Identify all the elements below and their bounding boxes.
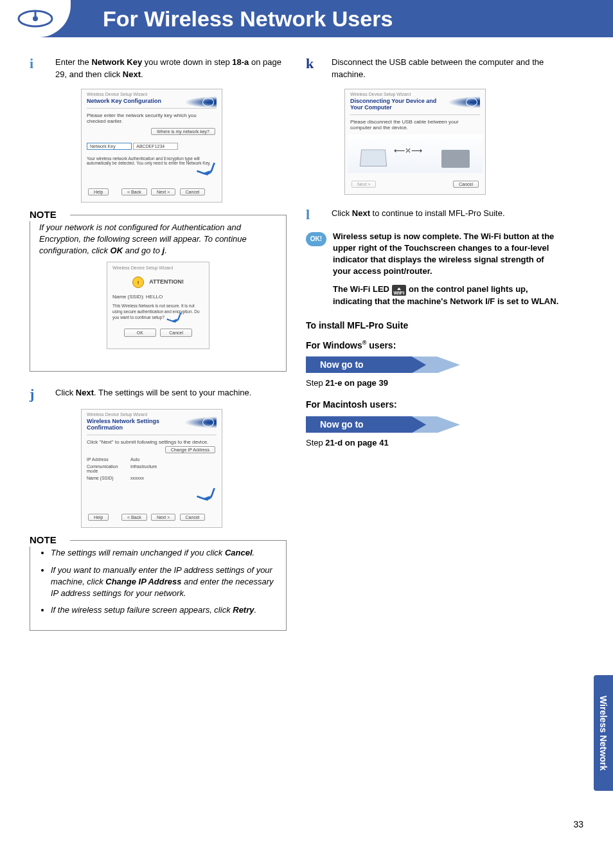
printer-icon — [441, 150, 470, 168]
step-letter-j: j — [30, 387, 55, 401]
step-letter-i: i — [30, 57, 55, 81]
step-j-body: Click Next. The settings will be sent to… — [55, 387, 287, 401]
next-button[interactable]: Next > — [351, 181, 376, 188]
page-title: For Wireless Network Users — [103, 6, 393, 32]
list-item: The settings will remain unchanged if yo… — [51, 547, 277, 559]
page-number: 33 — [573, 819, 583, 829]
screenshot-attention: Wireless Device Setup Wizard ! ATTENTION… — [107, 262, 209, 349]
back-button[interactable]: < Back — [121, 514, 147, 521]
windows-users-heading: For Windows® users: — [306, 339, 563, 350]
attention-icon: ! — [132, 276, 144, 288]
arrow-indicator-icon — [197, 164, 217, 181]
cancel-button[interactable]: Cancel — [180, 514, 206, 521]
setup-complete-callout: OK! Wireless setup is now complete. The … — [306, 231, 563, 307]
windows-step-ref: Step 21-e on page 39 — [306, 378, 563, 388]
right-column: k Disconnect the USB cable between the c… — [306, 57, 563, 646]
table-row: Name (SSID)xxxxxx — [87, 476, 217, 480]
install-mflpro-heading: To install MFL-Pro Suite — [306, 320, 563, 330]
usb-cable-icon: ⟵⤫⟶ — [394, 146, 422, 155]
step-l-body: Click Next to continue to install MFL-Pr… — [332, 208, 563, 222]
wireless-header-icon — [0, 0, 71, 37]
ok-badge-icon: OK! — [306, 232, 326, 246]
goto-banner-windows: Now go to — [306, 356, 460, 373]
note-box-1: NOTE If your network is not configured f… — [30, 215, 287, 372]
step-i: i Enter the Network Key you wrote down i… — [30, 57, 287, 81]
mac-step-ref: Step 21-d on page 41 — [306, 438, 563, 448]
arrow-indicator-icon — [167, 313, 182, 327]
step-k: k Disconnect the USB cable between the c… — [306, 57, 563, 81]
help-button[interactable]: Help — [88, 188, 109, 195]
screenshot-disconnect: Wireless Device Setup Wizard Disconnecti… — [344, 89, 486, 195]
note-box-2: NOTE The settings will remain unchanged … — [30, 541, 287, 631]
brand-logo-icon — [448, 96, 480, 108]
arrow-indicator-icon — [197, 489, 217, 506]
page-header: For Wireless Network Users — [0, 0, 613, 37]
brand-logo-icon — [184, 417, 217, 428]
ok-button[interactable]: OK — [124, 329, 156, 338]
side-tab-wireless-network: Wireless Network — [594, 675, 613, 791]
step-letter-k: k — [306, 57, 332, 81]
screenshot-confirmation: Wireless Device Setup Wizard Wireless Ne… — [81, 409, 222, 528]
step-letter-l: l — [306, 208, 332, 222]
left-column: i Enter the Network Key you wrote down i… — [30, 57, 287, 646]
change-ip-button[interactable]: Change IP Address — [165, 446, 215, 453]
help-button[interactable]: Help — [88, 514, 109, 521]
list-item: If the wireless setup failure screen app… — [51, 604, 277, 616]
back-button[interactable]: < Back — [121, 188, 147, 195]
wifi-led-icon: WiFi — [392, 285, 407, 296]
table-row: Communication modeInfrastructure — [87, 464, 217, 473]
table-row: IP AddressAuto — [87, 457, 217, 462]
cancel-button[interactable]: Cancel — [453, 181, 479, 188]
next-button[interactable]: Next > — [151, 188, 175, 195]
svg-point-1 — [33, 16, 38, 21]
next-button[interactable]: Next > — [151, 514, 175, 521]
step-j: j Click Next. The settings will be sent … — [30, 387, 287, 401]
laptop-icon — [360, 149, 387, 166]
screenshot-network-key: Wireless Device Setup Wizard Network Key… — [81, 89, 222, 203]
brand-logo-icon — [184, 96, 217, 108]
macintosh-users-heading: For Macintosh users: — [306, 399, 563, 410]
disconnect-illustration: ⟵⤫⟶ — [348, 134, 483, 173]
step-l: l Click Next to continue to install MFL-… — [306, 208, 563, 222]
cancel-button[interactable]: Cancel — [180, 188, 206, 195]
cancel-button[interactable]: Cancel — [160, 329, 192, 338]
goto-banner-mac: Now go to — [306, 416, 460, 433]
where-key-button[interactable]: Where is my network key? — [151, 128, 215, 135]
list-item: If you want to manually enter the IP add… — [51, 565, 277, 600]
network-key-input[interactable]: ABCDEF1234 — [133, 143, 178, 150]
step-k-body: Disconnect the USB cable between the com… — [332, 57, 563, 81]
step-i-body: Enter the Network Key you wrote down in … — [55, 57, 287, 81]
